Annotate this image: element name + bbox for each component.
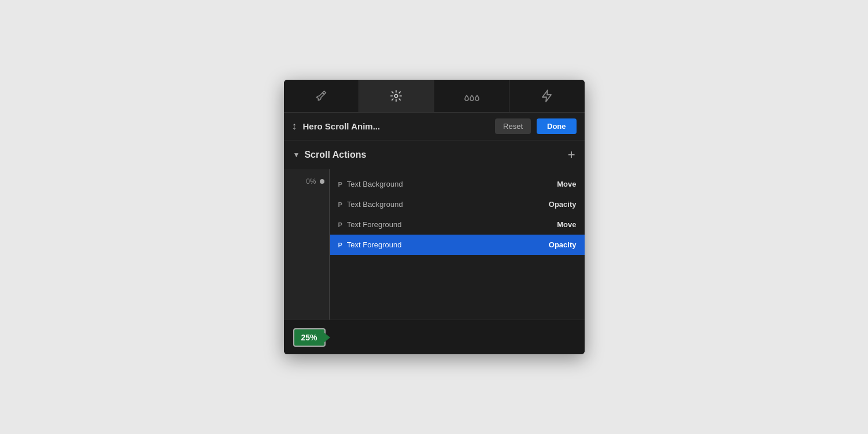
arrows-icon: ↕ [292,120,297,132]
progress-value: 25% [301,333,317,342]
bottom-bar: 25% [284,320,585,354]
action-name-4: Text Foreground [347,240,549,249]
section-title: Scroll Actions [304,150,567,160]
brush-icon [315,90,327,102]
ruler-dot [320,179,324,184]
scroll-actions-header: ▼ Scroll Actions + [284,140,585,169]
add-action-button[interactable]: + [568,149,575,161]
action-type-3: Move [557,220,576,229]
action-icon-4: P [338,242,342,248]
bolt-icon [542,90,552,102]
action-type-1: Move [557,180,576,188]
action-type-4: Opacity [549,240,577,249]
tab-drops[interactable] [434,80,509,112]
action-icon-3: P [338,221,342,228]
ruler-marker-0: 0% [306,177,328,186]
action-row-1[interactable]: P Text Background Move [330,174,585,194]
done-button[interactable]: Done [537,118,577,134]
drops-icon [464,91,479,101]
timeline-area: 0% P Text Background Move P Text Backgro… [284,169,585,320]
action-row-4[interactable]: P Text Foreground Opacity [330,235,585,255]
tab-gear[interactable] [359,80,434,112]
reset-button[interactable]: Reset [495,118,531,134]
chevron-icon: ▼ [293,151,300,159]
action-row-3[interactable]: P Text Foreground Move [330,214,585,235]
gear-icon [390,90,402,102]
tab-bolt[interactable] [509,80,584,112]
tab-brush[interactable] [284,80,359,112]
svg-point-0 [395,94,398,98]
action-icon-1: P [338,181,342,188]
animation-title: Hero Scroll Anim... [303,121,490,131]
ruler-value: 0% [306,177,316,186]
tab-bar [284,80,585,113]
action-name-1: Text Background [347,180,557,188]
action-name-2: Text Background [347,200,549,209]
actions-list: P Text Background Move P Text Background… [330,169,585,320]
ruler-column: 0% [284,169,330,320]
header-bar: ↕ Hero Scroll Anim... Reset Done [284,113,585,140]
action-row-2[interactable]: P Text Background Opacity [330,194,585,214]
action-name-3: Text Foreground [347,220,557,229]
panel: ↕ Hero Scroll Anim... Reset Done ▼ Scrol… [284,80,585,354]
action-icon-2: P [338,201,342,208]
action-type-2: Opacity [549,200,577,209]
progress-badge[interactable]: 25% [293,328,326,347]
